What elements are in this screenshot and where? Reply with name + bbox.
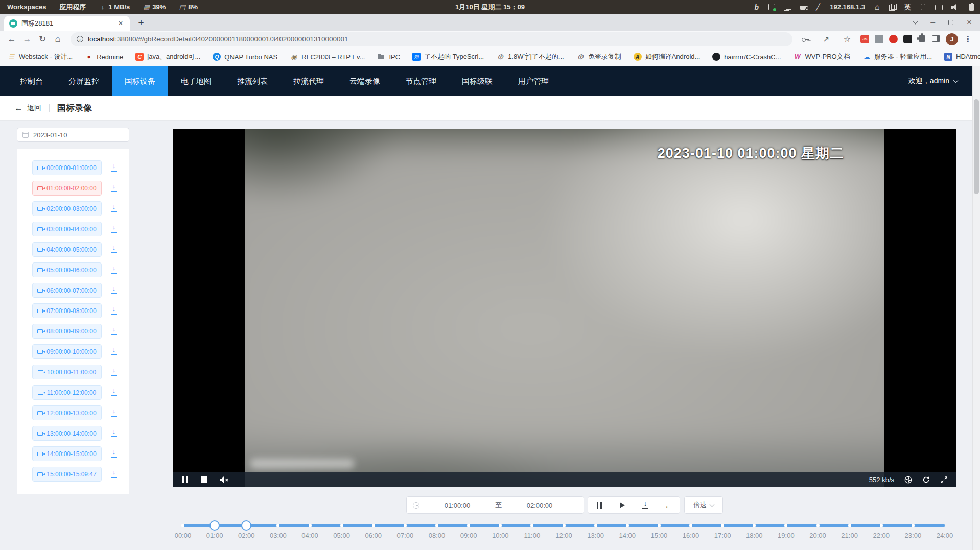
record-item[interactable]: 07:00:00-08:00:00 xyxy=(32,303,102,318)
download-record-icon[interactable] xyxy=(110,347,118,356)
color-picker-icon[interactable] xyxy=(814,3,821,11)
nav-tab-3[interactable]: 国标设备 xyxy=(112,66,168,96)
download-record-icon[interactable] xyxy=(110,184,118,193)
start-time-value[interactable]: 01:00:00 xyxy=(419,501,495,509)
record-item[interactable]: 00:00:00-01:00:00 xyxy=(32,160,102,175)
cpu-usage-indicator[interactable]: 39% xyxy=(143,3,166,11)
ip-address-indicator[interactable]: 192.168.1.3 xyxy=(830,3,865,11)
bookmark-item[interactable]: Redmine xyxy=(85,53,123,61)
record-item[interactable]: 10:00:00-11:00:00 xyxy=(32,365,102,379)
page-scrollbar[interactable] xyxy=(972,66,980,550)
refresh-button[interactable] xyxy=(922,476,930,484)
record-item-active[interactable]: 01:00:00-02:00:00 xyxy=(32,181,102,196)
video-surface[interactable] xyxy=(245,129,884,487)
new-tab-button[interactable] xyxy=(134,16,148,30)
record-item[interactable]: 06:00:00-07:00:00 xyxy=(32,283,102,298)
download-record-icon[interactable] xyxy=(110,327,118,336)
download-record-icon[interactable] xyxy=(110,409,118,417)
user-menu[interactable]: 欢迎，admin xyxy=(908,66,958,96)
nav-tab-6[interactable]: 拉流代理 xyxy=(281,66,337,96)
playback-pause-button[interactable] xyxy=(588,496,611,514)
bookmark-item[interactable]: java、android可... xyxy=(135,52,200,61)
nav-tab-7[interactable]: 云端录像 xyxy=(337,66,393,96)
site-info-icon[interactable] xyxy=(77,36,83,42)
record-item[interactable]: 12:00:00-13:00:00 xyxy=(32,405,102,420)
bookmark-star-icon[interactable] xyxy=(839,32,855,47)
browser-menu-icon[interactable] xyxy=(964,34,972,44)
nav-tab-1[interactable]: 控制台 xyxy=(7,66,56,96)
record-item[interactable]: 09:00:00-10:00:00 xyxy=(32,344,102,359)
extensions-puzzle-icon[interactable] xyxy=(918,35,926,44)
extension-red-icon[interactable] xyxy=(889,35,898,43)
windows-stack-icon[interactable] xyxy=(889,4,896,10)
volume-icon[interactable] xyxy=(951,4,960,10)
end-time-value[interactable]: 02:00:00 xyxy=(502,501,577,509)
record-item[interactable]: 13:00:00-14:00:00 xyxy=(32,426,102,441)
download-record-icon[interactable] xyxy=(110,306,118,315)
nav-tab-4[interactable]: 电子地图 xyxy=(168,66,224,96)
maximize-button[interactable] xyxy=(948,20,953,25)
playback-play-button[interactable] xyxy=(611,496,634,514)
tray-b-icon[interactable] xyxy=(753,3,760,11)
back-button[interactable]: 返回 xyxy=(14,103,41,113)
nav-tab-10[interactable]: 用户管理 xyxy=(505,66,562,96)
browser-home-button[interactable] xyxy=(50,32,65,47)
snapshot-button[interactable] xyxy=(904,476,912,484)
address-bar[interactable]: localhost:38080/#/gbRecordDetail/3402000… xyxy=(71,32,792,46)
bookmark-item[interactable]: 免登录复制 xyxy=(576,52,621,61)
download-record-icon[interactable] xyxy=(110,163,118,172)
date-picker[interactable]: 2023-01-10 xyxy=(17,128,129,142)
speed-select[interactable]: 倍速 xyxy=(684,496,723,514)
browser-tab[interactable]: 国标28181 xyxy=(4,16,130,31)
extension-black-icon[interactable] xyxy=(903,35,912,43)
record-item[interactable]: 08:00:00-09:00:00 xyxy=(32,324,102,339)
time-range-input[interactable]: 01:00:00 至 02:00:00 xyxy=(406,496,584,514)
player-mute-button[interactable] xyxy=(220,476,228,483)
battery-icon[interactable] xyxy=(969,4,974,11)
download-record-icon[interactable] xyxy=(110,449,118,458)
nav-tab-5[interactable]: 推流列表 xyxy=(224,66,281,96)
timeline-handle-start[interactable] xyxy=(209,520,220,531)
download-record-icon[interactable] xyxy=(110,245,118,254)
bookmark-item[interactable]: 如何编译Android... xyxy=(634,52,701,61)
browser-forward-button[interactable] xyxy=(19,32,35,47)
bookmark-item[interactable]: Webstack - 设计... xyxy=(7,52,73,61)
download-record-icon[interactable] xyxy=(110,429,118,438)
download-record-icon[interactable] xyxy=(110,266,118,274)
bookmark-item[interactable]: 服务器 - 轻量应用... xyxy=(862,52,932,61)
extension-gray-icon[interactable] xyxy=(875,35,883,43)
profile-avatar[interactable] xyxy=(946,33,958,45)
tab-search-icon[interactable] xyxy=(914,21,917,23)
tray-app-indicator-icon[interactable] xyxy=(768,4,775,10)
applications-menu[interactable]: 应用程序 xyxy=(59,3,86,12)
download-record-icon[interactable] xyxy=(110,388,118,397)
bookmark-item[interactable]: QNAP Turbo NAS xyxy=(213,53,277,61)
display-icon[interactable] xyxy=(935,5,943,10)
record-item[interactable]: 02:00:00-03:00:00 xyxy=(32,201,102,216)
scrollbar-thumb[interactable] xyxy=(974,99,979,194)
record-item[interactable]: 14:00:00-15:00:00 xyxy=(32,446,102,461)
record-item[interactable]: 03:00:00-04:00:00 xyxy=(32,222,102,236)
browser-back-button[interactable] xyxy=(4,32,19,47)
nav-tab-8[interactable]: 节点管理 xyxy=(393,66,449,96)
timeline-handle-end[interactable] xyxy=(241,520,251,531)
download-record-icon[interactable] xyxy=(110,286,118,295)
step-back-button[interactable] xyxy=(657,496,680,514)
bookmark-item[interactable]: 了不起的 TypeScri... xyxy=(412,52,484,61)
phone-link-icon[interactable] xyxy=(921,4,925,10)
clipboard-icon[interactable] xyxy=(784,4,790,10)
bookmark-item[interactable]: WVP-PRO文档 xyxy=(794,52,850,61)
nav-tab-9[interactable]: 国标级联 xyxy=(449,66,505,96)
workspaces-button[interactable]: Workspaces xyxy=(7,3,46,11)
network-speed-indicator[interactable]: 1 MB/s xyxy=(99,3,130,11)
download-record-icon[interactable] xyxy=(110,204,118,213)
tab-close-icon[interactable] xyxy=(116,19,125,28)
bookmark-item[interactable]: HDAtmos :: 种子 *... xyxy=(944,52,980,61)
clock[interactable]: 1月10日 星期二 15：09 xyxy=(455,3,525,12)
fullscreen-button[interactable] xyxy=(940,476,948,484)
password-key-icon[interactable] xyxy=(798,32,813,47)
download-record-icon[interactable] xyxy=(110,225,118,233)
bookmark-item[interactable]: 1.8W字|了不起的... xyxy=(496,52,564,61)
browser-reload-button[interactable] xyxy=(35,32,50,47)
bookmark-item[interactable]: RFC2833 – RTP Ev... xyxy=(290,53,365,61)
